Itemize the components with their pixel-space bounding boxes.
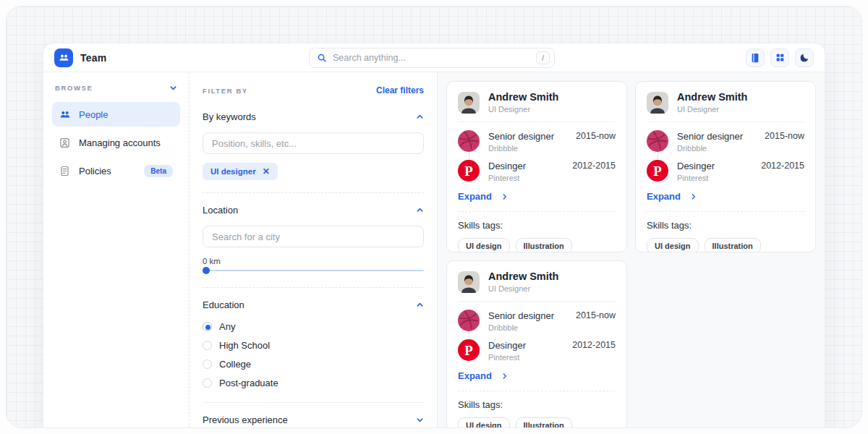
skill-tag: UI design	[458, 238, 510, 252]
experience-period: 2012-2015	[761, 160, 804, 182]
keyword-chip-ui-designer[interactable]: UI designer ✕	[203, 163, 278, 180]
person-card: Andrew Smith UI Designer	[446, 81, 627, 252]
experience-period: 2015-now	[576, 310, 616, 332]
radio-button[interactable]	[203, 378, 212, 388]
person-name: Andrew Smith	[488, 91, 558, 103]
grid-icon	[775, 53, 785, 62]
experience-period: 2015-now	[576, 130, 616, 153]
avatar	[647, 92, 668, 114]
pinterest-icon: P	[647, 160, 668, 182]
expand-button[interactable]: Expand	[458, 370, 509, 381]
filter-panel: FILTER BY Clear filters By keywords UI d…	[190, 72, 438, 428]
experience-title: Desinger	[488, 340, 563, 351]
chevron-right-icon	[501, 193, 509, 200]
expand-label: Expand	[458, 370, 492, 381]
expand-button[interactable]: Expand	[458, 191, 509, 202]
city-search-input[interactable]	[203, 226, 424, 247]
skills-label: Skills tags:	[647, 220, 804, 231]
sidebar: BROWSE People	[43, 72, 190, 428]
person-card: Andrew Smith UI Designer	[446, 260, 627, 428]
sidebar-item-policies[interactable]: Policies Beta	[52, 158, 180, 183]
divider	[647, 211, 804, 212]
browse-section-header[interactable]: BROWSE	[52, 84, 180, 92]
page-background: Team /	[6, 6, 862, 428]
divider	[647, 122, 804, 122]
expand-label: Expand	[647, 191, 681, 202]
results-area: Andrew Smith UI Designer	[438, 72, 825, 428]
divider	[458, 122, 616, 122]
skills-label: Skills tags:	[458, 220, 616, 231]
people-icon	[59, 109, 71, 120]
experience-title: Desinger	[488, 161, 563, 171]
education-section-label: Education	[203, 299, 244, 310]
avatar	[458, 92, 480, 114]
experience-company: Dribbble	[677, 144, 756, 153]
sidebar-item-people[interactable]: People	[52, 102, 180, 127]
previous-experience-label: Previous experience	[203, 414, 288, 425]
dribbble-icon	[458, 130, 480, 152]
location-section-label: Location	[203, 205, 238, 216]
skill-tag: Illustration	[705, 238, 761, 252]
radio-option-any[interactable]: Any	[203, 319, 424, 333]
previous-experience-section-header[interactable]: Previous experience	[203, 414, 424, 425]
pinterest-icon: P	[458, 339, 480, 361]
experience-title: Senior designer	[488, 310, 567, 321]
svg-text:P: P	[464, 343, 472, 358]
divider	[458, 391, 616, 391]
experience-row: Senior designer Dribbble 2015-now	[647, 130, 804, 153]
app-logo	[54, 48, 73, 67]
experience-company: Pinterest	[488, 353, 563, 362]
person-role: UI Designer	[677, 105, 747, 114]
bookmarks-button[interactable]	[746, 48, 765, 67]
search-icon	[317, 53, 327, 63]
skill-tag: UI design	[647, 238, 699, 252]
browse-label: BROWSE	[55, 84, 93, 92]
pinterest-icon: P	[458, 160, 480, 182]
keywords-input[interactable]	[203, 132, 424, 154]
close-icon[interactable]: ✕	[263, 166, 270, 176]
radio-button[interactable]	[203, 359, 212, 369]
chevron-right-icon	[690, 193, 697, 200]
dribbble-icon	[458, 310, 480, 331]
education-section-header[interactable]: Education	[203, 299, 424, 310]
person-card: Andrew Smith UI Designer	[635, 81, 816, 252]
expand-label: Expand	[458, 191, 492, 202]
experience-row: Senior designer Dribbble 2015-now	[458, 130, 616, 153]
moon-icon	[800, 53, 809, 62]
svg-text:P: P	[464, 163, 472, 179]
experience-title: Senior designer	[488, 131, 567, 142]
location-section-header[interactable]: Location	[203, 205, 424, 216]
chevron-down-icon	[169, 84, 177, 92]
section-divider	[203, 287, 424, 288]
distance-slider[interactable]	[203, 270, 424, 271]
search-input[interactable]	[333, 53, 530, 63]
apps-grid-button[interactable]	[770, 48, 789, 67]
avatar	[458, 271, 480, 293]
experience-company: Dribbble	[488, 323, 567, 332]
person-role: UI Designer	[488, 284, 558, 293]
radio-button[interactable]	[203, 341, 212, 350]
radio-option-high-school[interactable]: High School	[203, 338, 424, 352]
skills-label: Skills tags:	[458, 399, 616, 410]
keywords-section-header[interactable]: By keywords	[203, 111, 424, 122]
chevron-down-icon	[416, 416, 424, 424]
radio-button[interactable]	[203, 322, 212, 331]
radio-option-post-graduate[interactable]: Post-graduate	[203, 375, 424, 390]
clear-filters-link[interactable]: Clear filters	[376, 85, 424, 95]
section-divider	[203, 192, 424, 193]
slider-thumb[interactable]	[203, 267, 210, 274]
divider	[458, 301, 616, 302]
person-role: UI Designer	[488, 105, 558, 114]
search-bar[interactable]: /	[309, 48, 555, 68]
id-badge-icon	[59, 137, 71, 148]
expand-button[interactable]: Expand	[647, 191, 697, 202]
sidebar-item-managing-accounts[interactable]: Managing accounts	[52, 130, 180, 155]
book-icon	[750, 53, 760, 63]
experience-company: Pinterest	[677, 174, 752, 182]
divider	[458, 211, 616, 212]
header-actions	[746, 48, 814, 67]
experience-title: Senior designer	[677, 131, 756, 142]
radio-option-college[interactable]: College	[203, 357, 424, 371]
filter-by-label: FILTER BY	[203, 87, 248, 95]
dark-mode-button[interactable]	[795, 48, 814, 67]
